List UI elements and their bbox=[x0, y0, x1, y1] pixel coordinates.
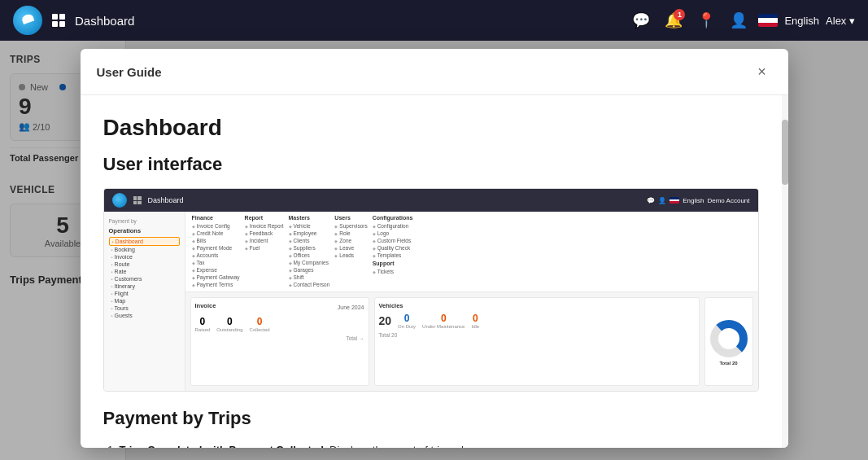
modal-close-button[interactable]: × bbox=[752, 62, 772, 81]
screenshot-guests-item: Guests bbox=[109, 312, 180, 319]
screenshot-customers-item: Customers bbox=[109, 275, 180, 283]
screenshot-flag bbox=[670, 197, 679, 204]
screenshot-body: Payment by Operations Dashboard Booking … bbox=[104, 212, 758, 391]
screenshot-main-nav: Finance Invoice Config Credit Note Bills… bbox=[185, 212, 758, 292]
page-title: Dashboard bbox=[75, 14, 618, 28]
screenshot-masters-group: Masters Vehicle Employee Clients Supplie… bbox=[289, 215, 330, 288]
screenshot-route-item: Route bbox=[109, 261, 180, 268]
bell-button[interactable]: 🔔 1 bbox=[661, 7, 687, 33]
invoice-collected: 0 Collected bbox=[250, 316, 270, 332]
vehicles-maintenance: 0 Under Maintenance bbox=[422, 313, 465, 329]
invoice-outstanding: 0 Outstanding bbox=[216, 316, 242, 332]
modal-header: User Guide × bbox=[81, 49, 788, 95]
screenshot-invoice-widget: Invoice June 2024 0 Raised bbox=[190, 297, 369, 386]
language-label: English bbox=[784, 15, 819, 27]
screenshot-invoice-item: Invoice bbox=[109, 253, 180, 261]
chat-button[interactable]: 💬 bbox=[628, 7, 654, 33]
screenshot-nav-icons: 💬 👤 English Demo Account bbox=[647, 197, 749, 204]
modal-body[interactable]: Dashboard User interface Dashboard bbox=[81, 95, 782, 448]
screenshot-sidebar: Payment by Operations Dashboard Booking … bbox=[104, 212, 185, 391]
payment-list: Trips Completed with Payment Collected: … bbox=[103, 442, 759, 448]
screenshot-config-group: Configurations Configuration Logo Custom… bbox=[373, 215, 413, 288]
vehicles-idle: 0 Idle bbox=[471, 313, 479, 329]
grid-icon[interactable] bbox=[52, 14, 65, 27]
pie-chart-svg bbox=[709, 318, 749, 359]
vehicles-total-label: Total 20 bbox=[379, 332, 695, 338]
scrollbar-track[interactable] bbox=[782, 95, 788, 448]
screenshot-nav-title: Dashboard bbox=[148, 196, 184, 204]
screenshot-report-group: Report Invoice Report Feedback Incident … bbox=[245, 215, 284, 288]
scrollbar-thumb bbox=[782, 120, 788, 185]
language-flag bbox=[758, 14, 778, 27]
list-item: Trips Completed with Payment Collected: … bbox=[120, 442, 759, 448]
invoice-stats: 0 Raised 0 Outstanding bbox=[195, 316, 364, 332]
topnav: Dashboard 💬 🔔 1 📍 👤 English Alex ▾ bbox=[0, 0, 868, 41]
screenshot-itinerary-item: Itinerary bbox=[109, 283, 180, 290]
location-icon: 📍 bbox=[697, 11, 715, 29]
invoice-raised: 0 Raised bbox=[195, 316, 211, 332]
ui-screenshot-preview: Dashboard 💬 👤 English Demo Account bbox=[103, 188, 759, 392]
screenshot-vehicles-widget: Vehicles 20 0 On Duty bbox=[374, 297, 700, 386]
user-button[interactable]: 👤 bbox=[726, 7, 752, 33]
screenshot-tours-item: Tours bbox=[109, 304, 180, 312]
topnav-icons: 💬 🔔 1 📍 👤 English Alex ▾ bbox=[628, 7, 855, 33]
screenshot-logo bbox=[112, 193, 127, 208]
user-label[interactable]: Alex ▾ bbox=[826, 15, 855, 27]
screenshot-flight-item: Flight bbox=[109, 290, 180, 297]
main-layout: Trips New 9 👥 2/10 Total Passenger 32 Ve… bbox=[0, 41, 868, 460]
guide-main-title: Dashboard bbox=[103, 115, 759, 141]
modal-overlay: User Guide × Dashboard User interface bbox=[0, 41, 868, 460]
screenshot-users-group: Users Supervisors Role Zone Leave Leads bbox=[334, 215, 367, 288]
vehicles-on-duty: 0 On Duty bbox=[398, 313, 416, 329]
chart-total: Total 20 bbox=[719, 361, 737, 366]
user-guide-modal: User Guide × Dashboard User interface bbox=[81, 49, 788, 448]
payment-section-title: Payment by Trips bbox=[103, 408, 759, 429]
chat-icon: 💬 bbox=[632, 11, 650, 29]
location-button[interactable]: 📍 bbox=[693, 7, 719, 33]
screenshot-main-content: Finance Invoice Config Credit Note Bills… bbox=[185, 212, 758, 391]
app-logo[interactable] bbox=[13, 6, 42, 35]
user-icon: 👤 bbox=[730, 11, 748, 29]
modal-title: User Guide bbox=[97, 65, 162, 79]
screenshot-grid-icon bbox=[133, 196, 142, 204]
screenshot-ops-header: Operations bbox=[109, 227, 180, 234]
screenshot-booking-item: Booking bbox=[109, 246, 180, 253]
vehicles-stats: 20 0 On Duty 0 Under Maintenance bbox=[379, 313, 695, 329]
ui-section-title: User interface bbox=[103, 154, 759, 175]
screenshot-finance-group: Finance Invoice Config Credit Note Bills… bbox=[192, 215, 240, 288]
screenshot-chart-widget: Total 20 bbox=[704, 297, 753, 386]
screenshot-nav: Dashboard 💬 👤 English Demo Account bbox=[104, 189, 758, 212]
screenshot-map-item: Map bbox=[109, 297, 180, 304]
screenshot-dashboard-item: Dashboard bbox=[109, 237, 180, 246]
bell-badge: 1 bbox=[674, 9, 685, 20]
screenshot-rate-item: Rate bbox=[109, 268, 180, 275]
screenshot-widgets: Invoice June 2024 0 Raised bbox=[185, 292, 758, 391]
list-item-term: Trips Completed with Payment Collected bbox=[120, 444, 324, 448]
